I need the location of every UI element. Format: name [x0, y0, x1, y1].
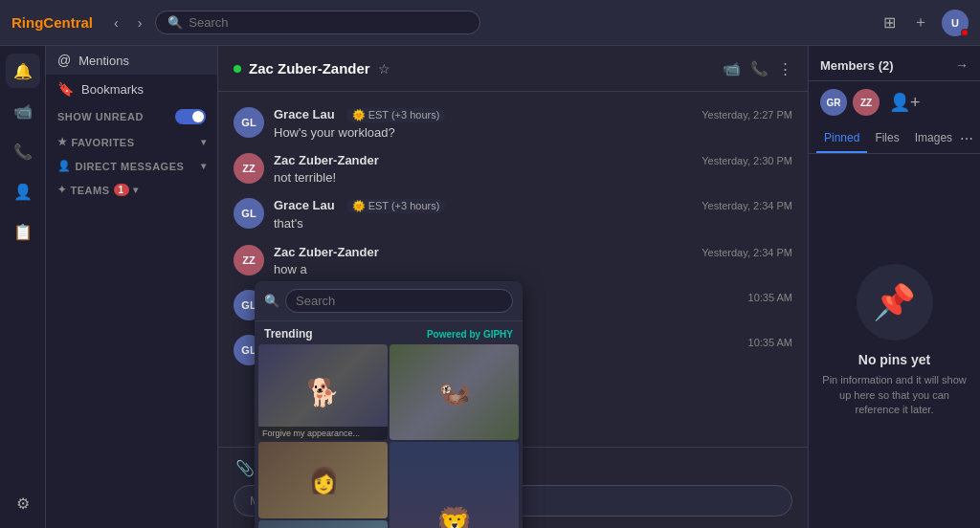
gif-caption: Forgive my appearance...: [258, 427, 388, 440]
favorites-section[interactable]: ★ FAVORITES ▾: [46, 130, 217, 154]
list-item[interactable]: 👩: [258, 442, 388, 518]
more-options-button[interactable]: ⋮: [778, 60, 792, 77]
phone-call-button[interactable]: 📞: [750, 60, 768, 77]
right-panel-close-button[interactable]: →: [955, 57, 969, 73]
no-pins-title: No pins yet: [858, 352, 930, 367]
avatar: GR: [820, 89, 847, 116]
gif-thumbnail: 💃: [258, 520, 388, 528]
add-button[interactable]: ＋: [909, 9, 932, 36]
message-sender: Zac Zuber-Zander: [274, 245, 379, 259]
gif-search-bar[interactable]: 🔍: [255, 281, 523, 321]
sidebar-item-bookmarks[interactable]: 🔖 Bookmarks: [46, 75, 217, 103]
message-time: Yesterday, 2:34 PM: [702, 200, 792, 211]
message-content: Grace Lau 🌞 EST (+3 hours) Yesterday, 2:…: [274, 107, 792, 142]
teams-badge: 1: [114, 184, 129, 196]
tabs-more-button[interactable]: ⋯: [960, 131, 973, 146]
show-unread-toggle[interactable]: [175, 109, 206, 124]
gif-thumbnail: 🦁: [390, 442, 519, 528]
iconbar-item-phone[interactable]: 📞: [6, 134, 40, 168]
avatar-status-dot: [961, 29, 969, 36]
show-unread-label: SHOW UNREAD: [57, 111, 144, 122]
members-title: Members (2): [820, 58, 894, 73]
direct-messages-label: DIRECT MESSAGES: [76, 161, 185, 172]
tab-pinned[interactable]: Pinned: [816, 123, 867, 153]
list-item[interactable]: 🦁: [390, 442, 519, 528]
chat-header-star-icon[interactable]: ☆: [378, 61, 390, 77]
add-member-button[interactable]: 👤+: [889, 92, 921, 113]
message-text: how a: [274, 261, 792, 278]
gif-thumbnail: 👩: [258, 442, 388, 518]
iconbar-item-mail[interactable]: 📋: [6, 214, 40, 249]
timezone-badge: 🌞 EST (+3 hours): [346, 199, 446, 213]
list-item[interactable]: 🦦: [390, 344, 519, 440]
gif-search-input[interactable]: [285, 289, 513, 313]
topbar-search-input[interactable]: [189, 15, 468, 30]
gif-trending-label: Trending: [264, 327, 313, 341]
avatar: GL: [234, 198, 264, 229]
teams-icon: ✦: [57, 184, 67, 196]
user-status-indicator: [234, 65, 241, 73]
dm-chevron: ▾: [201, 161, 207, 171]
search-icon: 🔍: [167, 15, 183, 30]
user-avatar[interactable]: U: [942, 10, 969, 36]
gif-thumbnail: 🐕: [258, 344, 388, 440]
gif-picker: 🔍 Trending Powered by GIPHY 🐕 Forgive my…: [255, 281, 523, 528]
video-call-button[interactable]: 📹: [723, 60, 741, 77]
gif-trending-header: Trending Powered by GIPHY: [255, 321, 523, 344]
message-time: Yesterday, 2:30 PM: [702, 155, 792, 166]
message-text: How's your workload?: [274, 124, 792, 142]
attachment-button[interactable]: 📎: [234, 457, 256, 479]
gif-powered-by: Powered by GIPHY: [427, 329, 513, 340]
table-row: GL Grace Lau 🌞 EST (+3 hours) Yesterday,…: [234, 103, 792, 145]
right-panel-header: Members (2) →: [809, 46, 980, 81]
topbar-right: ⊞ ＋ U: [880, 9, 969, 36]
back-button[interactable]: ‹: [108, 11, 124, 34]
tab-images[interactable]: Images: [907, 123, 960, 153]
topbar: RingCentral ‹ › 🔍 ⊞ ＋ U: [0, 0, 980, 46]
iconbar-item-settings[interactable]: ⚙: [6, 486, 40, 520]
favorites-chevron: ▾: [201, 137, 207, 147]
iconbar-item-contacts[interactable]: 👤: [6, 174, 40, 209]
iconbar-item-notifications[interactable]: 🔔: [6, 54, 40, 88]
sidebar: @ Mentions 🔖 Bookmarks SHOW UNREAD ★ FAV…: [46, 46, 218, 528]
giphy-brand: GIPHY: [483, 329, 513, 340]
teams-chevron: ▾: [133, 185, 139, 195]
iconbar-item-video[interactable]: 📹: [6, 94, 40, 128]
teams-section[interactable]: ✦ TEAMS 1 ▾: [46, 178, 217, 202]
sidebar-item-bookmarks-label: Bookmarks: [81, 82, 144, 97]
message-sender: Grace Lau: [274, 198, 335, 212]
message-time: 10:35 AM: [748, 337, 792, 348]
right-panel: Members (2) → GR ZZ 👤+ Pinned Files Imag…: [808, 46, 980, 528]
show-unread-section[interactable]: SHOW UNREAD: [46, 103, 217, 130]
table-row: GL Grace Lau 🌞 EST (+3 hours) Yesterday,…: [234, 194, 792, 236]
sidebar-item-mentions[interactable]: @ Mentions: [46, 46, 217, 75]
table-row: ZZ Zac Zuber-Zander Yesterday, 2:34 PM h…: [234, 241, 792, 282]
message-sender: Grace Lau: [274, 107, 335, 121]
message-text: not terrible!: [274, 169, 792, 187]
chat-header-name: Zac Zuber-Zander: [249, 60, 370, 77]
list-item[interactable]: 💃: [258, 520, 388, 528]
list-item[interactable]: 🐕 Forgive my appearance...: [258, 344, 388, 440]
direct-messages-section[interactable]: 👤 DIRECT MESSAGES ▾: [46, 154, 217, 178]
right-panel-tabs: Pinned Files Images ⋯: [809, 123, 980, 154]
avatar: ZZ: [234, 245, 264, 275]
forward-button[interactable]: ›: [132, 11, 148, 34]
topbar-search-bar[interactable]: 🔍: [155, 11, 480, 34]
grid-icon-button[interactable]: ⊞: [880, 10, 900, 35]
bookmarks-icon: 🔖: [57, 81, 74, 97]
right-panel-body: 📌 No pins yet Pin information and it wil…: [809, 154, 980, 528]
iconbar: 🔔 📹 📞 👤 📋 ⚙: [0, 46, 46, 528]
message-time: 10:35 AM: [748, 292, 792, 303]
teams-label: TEAMS: [71, 185, 110, 196]
avatar: ZZ: [853, 89, 880, 116]
timezone-badge: 🌞 EST (+3 hours): [346, 108, 446, 122]
gif-thumbnail: 🦦: [390, 344, 519, 440]
favorites-label: FAVORITES: [72, 137, 135, 148]
sidebar-item-mentions-label: Mentions: [78, 54, 129, 68]
no-pins-description: Pin information and it will show up here…: [820, 373, 969, 417]
tab-files[interactable]: Files: [867, 123, 906, 153]
message-sender: Zac Zuber-Zander: [274, 153, 379, 167]
message-time: Yesterday, 2:27 PM: [702, 109, 792, 121]
gif-search-icon: 🔍: [264, 294, 279, 308]
members-row: GR ZZ 👤+: [809, 81, 980, 123]
